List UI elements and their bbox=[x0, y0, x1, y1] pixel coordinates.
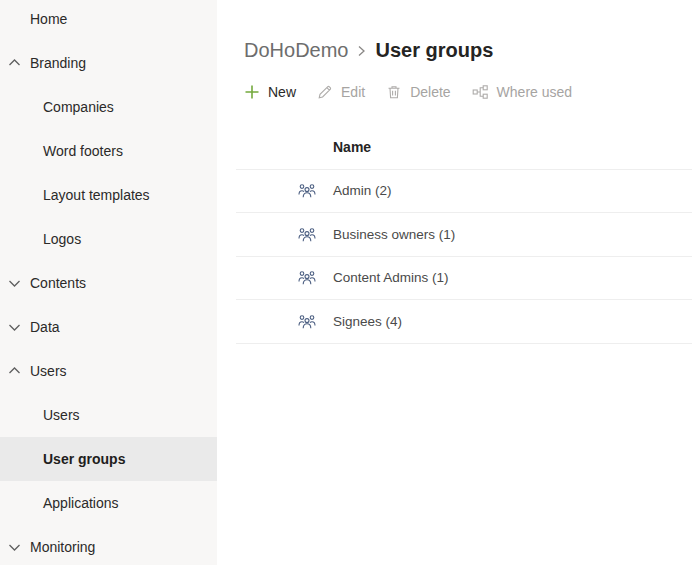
sidebar-item-applications[interactable]: Applications bbox=[0, 481, 217, 525]
user-group-icon bbox=[298, 225, 316, 243]
user-group-icon bbox=[298, 182, 316, 200]
sidebar-item-label: Layout templates bbox=[43, 187, 150, 203]
edit-button-label: Edit bbox=[341, 84, 365, 100]
group-name: Business owners (1) bbox=[333, 227, 455, 242]
sidebar-item-label: Data bbox=[30, 319, 60, 335]
user-group-icon bbox=[298, 312, 316, 330]
sidebar-item-contents[interactable]: Contents bbox=[0, 261, 217, 305]
plus-icon bbox=[244, 84, 260, 100]
sidebar-item-user-groups[interactable]: User groups bbox=[0, 437, 217, 481]
share-branch-icon bbox=[472, 84, 489, 100]
sidebar-nav: Home Branding Companies Word footers Lay… bbox=[0, 0, 217, 565]
delete-button-label: Delete bbox=[410, 84, 450, 100]
sidebar-item-layout-templates[interactable]: Layout templates bbox=[0, 173, 217, 217]
sidebar: Home Branding Companies Word footers Lay… bbox=[0, 0, 217, 565]
sidebar-item-data[interactable]: Data bbox=[0, 305, 217, 349]
group-name: Content Admins (1) bbox=[333, 270, 449, 285]
chevron-down-icon bbox=[8, 542, 21, 553]
chevron-down-icon bbox=[8, 322, 21, 333]
sidebar-item-label: Applications bbox=[43, 495, 119, 511]
page-title: User groups bbox=[375, 37, 493, 64]
sidebar-item-branding[interactable]: Branding bbox=[0, 41, 217, 85]
sidebar-item-label: Word footers bbox=[43, 143, 123, 159]
sidebar-item-companies[interactable]: Companies bbox=[0, 85, 217, 129]
sidebar-item-label: Users bbox=[30, 363, 67, 379]
sidebar-item-label: Users bbox=[43, 407, 80, 423]
sidebar-item-label: User groups bbox=[43, 451, 125, 467]
sidebar-item-label: Logos bbox=[43, 231, 81, 247]
user-group-icon bbox=[298, 269, 316, 287]
main-content: DoHoDemo User groups New Edit bbox=[217, 0, 695, 565]
new-button[interactable]: New bbox=[244, 84, 296, 100]
chevron-up-icon bbox=[8, 58, 21, 69]
sidebar-item-users-sub[interactable]: Users bbox=[0, 393, 217, 437]
sidebar-item-label: Companies bbox=[43, 99, 114, 115]
where-used-button[interactable]: Where used bbox=[472, 84, 572, 100]
app-window: Home Branding Companies Word footers Lay… bbox=[0, 0, 695, 565]
user-groups-table: Name Admin (2) bbox=[236, 126, 692, 344]
trash-icon bbox=[386, 84, 402, 100]
chevron-right-icon bbox=[357, 44, 366, 58]
delete-button[interactable]: Delete bbox=[386, 84, 450, 100]
sidebar-item-home[interactable]: Home bbox=[0, 0, 217, 41]
table-row[interactable]: Admin (2) bbox=[236, 170, 692, 214]
sidebar-item-word-footers[interactable]: Word footers bbox=[0, 129, 217, 173]
toolbar: New Edit Delete Where used bbox=[244, 79, 695, 104]
breadcrumb-parent-link[interactable]: DoHoDemo bbox=[244, 37, 348, 64]
sidebar-item-label: Branding bbox=[30, 55, 86, 71]
sidebar-item-label: Contents bbox=[30, 275, 86, 291]
table-header-row: Name bbox=[236, 126, 692, 170]
group-name: Admin (2) bbox=[333, 183, 392, 198]
sidebar-item-logos[interactable]: Logos bbox=[0, 217, 217, 261]
sidebar-item-label: Monitoring bbox=[30, 539, 95, 555]
column-header-name[interactable]: Name bbox=[333, 139, 371, 155]
table-row[interactable]: Business owners (1) bbox=[236, 213, 692, 257]
pencil-icon bbox=[317, 84, 333, 100]
sidebar-item-label: Home bbox=[30, 11, 67, 27]
breadcrumb: DoHoDemo User groups bbox=[244, 37, 695, 64]
table-row[interactable]: Signees (4) bbox=[236, 300, 692, 344]
sidebar-item-monitoring[interactable]: Monitoring bbox=[0, 525, 217, 565]
edit-button[interactable]: Edit bbox=[317, 84, 365, 100]
chevron-down-icon bbox=[8, 278, 21, 289]
sidebar-item-users[interactable]: Users bbox=[0, 349, 217, 393]
where-used-button-label: Where used bbox=[497, 84, 572, 100]
group-name: Signees (4) bbox=[333, 314, 402, 329]
table-row[interactable]: Content Admins (1) bbox=[236, 257, 692, 301]
chevron-up-icon bbox=[8, 366, 21, 377]
new-button-label: New bbox=[268, 84, 296, 100]
